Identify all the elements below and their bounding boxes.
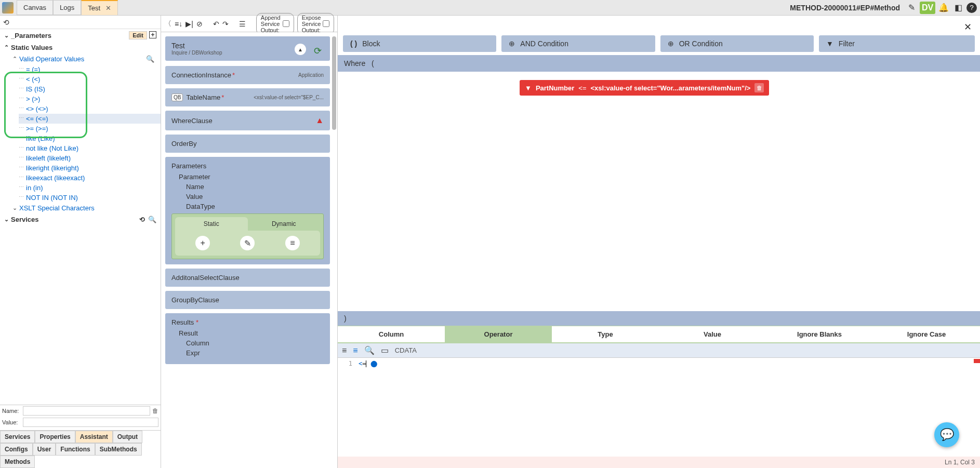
clause-canvas[interactable]: ▼ PartNumber <= <xsl:value-of select="Wo… bbox=[338, 72, 980, 311]
add-button[interactable]: + bbox=[195, 236, 210, 250]
refresh-icon[interactable]: ⟲ bbox=[139, 216, 145, 223]
chat-bubble-icon[interactable]: 💬 bbox=[934, 422, 959, 447]
parameters-card[interactable]: Parameters Parameter Name Value DataType… bbox=[165, 157, 330, 264]
append-output-checkbox[interactable] bbox=[283, 20, 289, 27]
tab-canvas[interactable]: Canvas bbox=[17, 0, 53, 15]
step-into-icon[interactable]: ≡↓ bbox=[175, 19, 182, 29]
filter-button[interactable]: ▼ Filter bbox=[819, 35, 975, 52]
etab-operator[interactable]: Operator bbox=[445, 326, 552, 343]
step-over-icon[interactable]: ▶| bbox=[186, 19, 193, 29]
tree-item[interactable]: > (>) bbox=[19, 94, 161, 104]
help-icon[interactable]: ? bbox=[966, 3, 977, 13]
etab-value[interactable]: Value bbox=[659, 326, 766, 343]
btab-output[interactable]: Output bbox=[113, 431, 142, 443]
scrollbar-thumb[interactable] bbox=[332, 36, 336, 130]
align-left-icon[interactable]: ≡ bbox=[342, 346, 347, 355]
undo-icon[interactable]: ↶ bbox=[213, 19, 219, 29]
refresh-icon[interactable]: ⟳ bbox=[310, 44, 325, 58]
orderby-card[interactable]: OrderBy bbox=[165, 135, 330, 153]
close-icon[interactable]: ✕ bbox=[105, 4, 111, 12]
btab-user[interactable]: User bbox=[33, 443, 56, 456]
back-icon[interactable]: 〈 bbox=[164, 19, 171, 29]
bell-icon[interactable]: 🔔 bbox=[937, 2, 950, 14]
btab-configs[interactable]: Configs bbox=[0, 443, 33, 456]
search-icon[interactable]: 🔍 bbox=[364, 345, 375, 355]
name-input[interactable] bbox=[23, 406, 150, 416]
tree-item[interactable]: in (in) bbox=[19, 183, 161, 193]
dynamic-tab[interactable]: Dynamic bbox=[248, 217, 321, 231]
list-icon[interactable]: ☰ bbox=[239, 19, 246, 29]
and-button[interactable]: ⊕ AND Condition bbox=[501, 35, 655, 52]
tab-test[interactable]: Test ✕ bbox=[81, 0, 117, 16]
conn-label: ConnectionInstance bbox=[171, 71, 231, 79]
tree-item[interactable]: <= (<=) bbox=[19, 114, 161, 124]
search-icon[interactable]: 🔍 bbox=[148, 216, 156, 223]
edit-pencil-icon[interactable]: ✎ bbox=[905, 2, 918, 14]
trash-icon[interactable]: 🗑 bbox=[152, 407, 158, 414]
tree-item[interactable]: not like (Not Like) bbox=[19, 143, 161, 153]
tree-item[interactable]: = (=) bbox=[19, 64, 161, 74]
code-editor[interactable]: 1 <= ⬤ bbox=[338, 358, 980, 457]
xslt-section[interactable]: ⌄ XSLT Special Characters bbox=[10, 203, 161, 213]
valid-operators-section[interactable]: ⌃ Valid Operator Values 🔍 bbox=[10, 54, 161, 64]
tablename-card[interactable]: QB TableName * <xsl:value-of select="$EP… bbox=[165, 88, 330, 106]
etab-ignore-case[interactable]: Ignore Case bbox=[873, 326, 980, 343]
refresh-icon[interactable]: ⟲ bbox=[3, 18, 9, 26]
btab-functions[interactable]: Functions bbox=[56, 443, 95, 456]
parameters-section[interactable]: ⌄ _Parameters Edit + bbox=[0, 29, 161, 42]
or-button[interactable]: ⊕ OR Condition bbox=[660, 35, 814, 52]
delete-icon[interactable]: 🗑 bbox=[754, 83, 764, 92]
tree-item[interactable]: NOT IN (NOT IN) bbox=[19, 193, 161, 203]
block-button[interactable]: ( ) Block bbox=[343, 35, 496, 52]
list-button[interactable]: ≡ bbox=[285, 236, 300, 250]
expose-output-toggle[interactable]: Expose Service Output: bbox=[297, 13, 335, 35]
edit-button[interactable]: Edit bbox=[129, 31, 147, 39]
close-paren-row: ) bbox=[338, 311, 980, 326]
dv-badge[interactable]: DV bbox=[920, 2, 935, 14]
btab-submethods[interactable]: SubMethods bbox=[95, 443, 142, 456]
align-center-icon[interactable]: ≡ bbox=[353, 346, 357, 355]
tree-item[interactable]: likeright (likeright) bbox=[19, 163, 161, 173]
expose-output-checkbox[interactable] bbox=[323, 20, 329, 27]
test-card[interactable]: Test Inquire / DBWorkshop ▲ ⟳ bbox=[165, 36, 330, 61]
tree-item[interactable]: likeexact (likeexact) bbox=[19, 173, 161, 183]
tree-item[interactable]: >= (>=) bbox=[19, 124, 161, 133]
services-section[interactable]: ⌄ Services ⟲ 🔍 bbox=[0, 213, 161, 225]
groupby-card[interactable]: GroupByClause bbox=[165, 291, 330, 309]
tree-item[interactable]: like (Like) bbox=[19, 133, 161, 143]
add-param-button[interactable]: + bbox=[149, 31, 156, 38]
tab-logs[interactable]: Logs bbox=[53, 0, 81, 15]
window-icon[interactable]: ◧ bbox=[952, 2, 964, 14]
btab-services[interactable]: Services bbox=[0, 431, 35, 443]
connection-card[interactable]: ConnectionInstance * Application bbox=[165, 66, 330, 84]
etab-column[interactable]: Column bbox=[338, 326, 445, 343]
orderby-label: OrderBy bbox=[171, 140, 196, 148]
tree-item[interactable]: likeleft (likeleft) bbox=[19, 153, 161, 163]
additional-select-card[interactable]: AdditonalSelectClause bbox=[165, 269, 330, 287]
redo-icon[interactable]: ↷ bbox=[222, 19, 229, 29]
etab-ignore-blanks[interactable]: Ignore Blanks bbox=[766, 326, 873, 343]
cancel-icon[interactable]: ⊘ bbox=[196, 19, 203, 29]
append-output-toggle[interactable]: Append Service Output: bbox=[256, 13, 294, 35]
static-tab[interactable]: Static bbox=[175, 217, 248, 231]
parameter-label: Parameter bbox=[171, 173, 324, 181]
btab-properties[interactable]: Properties bbox=[35, 431, 75, 443]
close-icon[interactable]: ✕ bbox=[964, 21, 972, 33]
etab-type[interactable]: Type bbox=[552, 326, 659, 343]
parens-icon: ( ) bbox=[350, 39, 357, 48]
filter-clause[interactable]: ▼ PartNumber <= <xsl:value-of select="Wo… bbox=[520, 80, 769, 96]
edit-button[interactable]: ✎ bbox=[240, 236, 255, 250]
code-content[interactable]: <= ⬤ bbox=[356, 358, 980, 457]
cdata-icon[interactable]: ▭ bbox=[381, 345, 389, 355]
results-card[interactable]: Results * Result Column Expr bbox=[165, 313, 330, 364]
tree-item[interactable]: < (<) bbox=[19, 74, 161, 84]
btab-assistant[interactable]: Assistant bbox=[75, 431, 113, 443]
value-input[interactable] bbox=[23, 418, 158, 427]
static-values-section[interactable]: ⌃ Static Values bbox=[0, 42, 161, 54]
tree-item[interactable]: IS (IS) bbox=[19, 84, 161, 94]
whereclause-card[interactable]: WhereClause ▲ bbox=[165, 111, 330, 130]
btab-methods[interactable]: Methods bbox=[0, 456, 35, 468]
tree-item[interactable]: <> (<>) bbox=[19, 104, 161, 114]
collapse-icon[interactable]: ▲ bbox=[295, 44, 306, 55]
search-icon[interactable]: 🔍 bbox=[146, 55, 154, 63]
